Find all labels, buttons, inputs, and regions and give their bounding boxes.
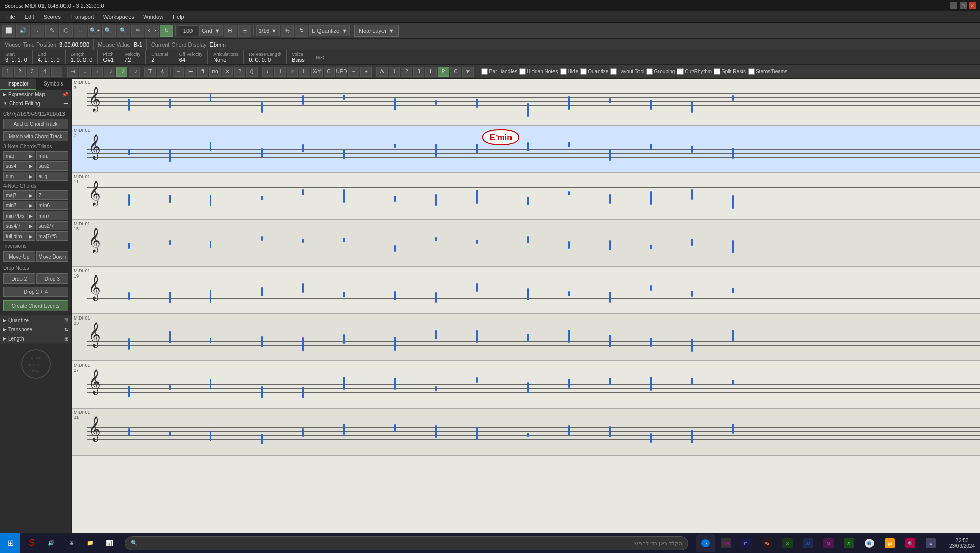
triad-aug[interactable]: aug (36, 172, 69, 181)
checkbox-bar-handles[interactable]: Bar Handles (481, 68, 517, 75)
notation-btn-Ca[interactable]: C (450, 67, 461, 77)
notation-btn-4[interactable]: 4 (39, 67, 50, 77)
notation-btn-1[interactable]: 1 (2, 67, 13, 77)
notation-btn-Pa[interactable]: P (438, 67, 449, 77)
notation-btn-l[interactable]: no (209, 67, 221, 77)
taskbar-excel[interactable]: X (778, 534, 797, 552)
toolbar-btn-5[interactable]: ⬡ (59, 25, 73, 37)
triad-dim[interactable]: dim▶ (3, 172, 35, 181)
notation-btn-c[interactable]: ♪ (92, 67, 103, 77)
note-layer-dropdown[interactable]: Note Layer ▼ (354, 25, 399, 37)
toolbar-btn-12[interactable]: ⊞ (224, 25, 237, 37)
tab-symbols[interactable]: Symbols (36, 79, 72, 90)
notation-btn-q[interactable]: I (274, 67, 286, 77)
toolbar-btn-2[interactable]: 🔊 (16, 25, 30, 37)
toolbar-btn-1[interactable]: ⬜ (2, 25, 15, 37)
checkbox-cut-rhythm[interactable]: Cut/Rhythm (677, 68, 712, 75)
chord-min7[interactable]: min7▶ (3, 201, 35, 210)
chord-sus47[interactable]: sus4/7▶ (3, 221, 35, 230)
notation-btn-f[interactable]: 𝅘𝅥𝅯 (129, 67, 140, 77)
chord-editing-header[interactable]: ▼ Chord Editing ☰ (0, 99, 71, 108)
triad-min[interactable]: min. (36, 151, 69, 160)
toolbar-btn-11[interactable]: ⟺ (145, 25, 159, 37)
toolbar-btn-13[interactable]: ⊟ (238, 25, 251, 37)
notation-btn-i[interactable]: ⊣ (173, 67, 184, 77)
notation-btn-k[interactable]: ff (197, 67, 208, 77)
expression-map-header[interactable]: ▶ Expression Map 📌 (0, 90, 71, 99)
chord-editing-menu[interactable]: ☰ (63, 101, 68, 107)
taskbar-app8[interactable]: S (840, 534, 858, 552)
chord-fulldim[interactable]: full dim▶ (3, 231, 35, 241)
notation-btn-drop[interactable]: ▼ (462, 67, 474, 77)
expression-map-pin[interactable]: 📌 (62, 92, 68, 97)
checkbox-grouping[interactable]: Grouping (646, 68, 675, 75)
drop2and4-button[interactable]: Drop 2 + 4 (3, 287, 68, 297)
taskbar-icon-4[interactable]: 📁 (81, 534, 99, 552)
checkbox-hidden-notes[interactable]: Hidden Notes (519, 68, 558, 75)
taskbar-icon-1[interactable]: S (23, 534, 41, 552)
notation-btn-w[interactable]: − (348, 67, 359, 77)
notation-btn-a[interactable]: ⊣ (67, 67, 78, 77)
toolbar-btn-7[interactable]: 🔍+ (88, 25, 101, 37)
notation-btn-j[interactable]: ⊢ (185, 67, 196, 77)
menu-scores[interactable]: Scores (39, 13, 65, 21)
checkbox-quantize[interactable]: Quantize (580, 68, 608, 75)
taskbar-premiere[interactable]: Pr (737, 534, 756, 552)
checkbox-stems-beams[interactable]: Stems/Beams (748, 68, 787, 75)
taskbar-search-input[interactable] (141, 540, 683, 546)
drop2-button[interactable]: Drop 2 (3, 273, 35, 284)
chord-min6[interactable]: min6 (36, 201, 69, 210)
triad-sus2[interactable]: sus2 (36, 161, 69, 171)
close-button[interactable]: ✕ (969, 2, 976, 9)
quantize-dropdown[interactable]: 1/16 ▼ (256, 25, 280, 36)
notation-btn-n[interactable]: ? (234, 67, 245, 77)
toolbar-btn-9[interactable]: 🔍 (117, 25, 130, 37)
notation-btn-2[interactable]: 2 (14, 67, 26, 77)
notation-btn-3a[interactable]: 3 (413, 67, 424, 77)
toolbar-btn-10[interactable]: ✏ (131, 25, 144, 37)
notation-btn-h[interactable]: 𝄞 (157, 67, 168, 77)
zoom-input[interactable] (178, 25, 198, 36)
menu-file[interactable]: File (2, 13, 19, 21)
notation-btn-g[interactable]: T (144, 67, 156, 77)
taskbar-app11[interactable]: 🔍 (901, 534, 920, 552)
start-button[interactable]: ⊞ (0, 533, 20, 554)
toolbar-btn-loop[interactable]: ↻ (160, 25, 173, 37)
taskbar-app12[interactable]: ≡ (922, 534, 940, 552)
taskbar-word[interactable]: W (799, 534, 817, 552)
chord-min7-2[interactable]: min7 (36, 211, 69, 220)
notation-btn-m[interactable]: ✕ (222, 67, 233, 77)
notation-btn-L[interactable]: L (51, 67, 62, 77)
length-header[interactable]: ▶ Length ⊞ (0, 334, 71, 343)
add-to-chord-track-button[interactable]: Add to Chord Track (3, 119, 68, 129)
taskbar-files[interactable]: 📁 (881, 534, 899, 552)
notation-btn-p[interactable]: I (262, 67, 273, 77)
notation-btn-v[interactable]: UPD (336, 67, 347, 77)
move-down-button[interactable]: Move Down (36, 251, 69, 262)
notation-btn-o[interactable]: () (246, 67, 258, 77)
quantize-header[interactable]: ▶ Quantize ⊡ (0, 316, 71, 325)
triad-maj[interactable]: maj▶ (3, 151, 35, 160)
notation-btn-e[interactable]: 𝅘𝅥𝅮 (116, 67, 127, 77)
notation-btn-1a[interactable]: 1 (389, 67, 400, 77)
toolbar-btn-6[interactable]: ↔ (74, 25, 87, 37)
match-chord-track-button[interactable]: Match with Chord Track (3, 131, 68, 141)
chord-maj7[interactable]: maj7▶ (3, 190, 35, 200)
menu-workspaces[interactable]: Workspaces (99, 13, 138, 21)
tab-inspector[interactable]: Inspector (0, 79, 36, 90)
notation-btn-La[interactable]: L (425, 67, 437, 77)
menu-transport[interactable]: Transport (66, 13, 98, 21)
taskbar-icon-5[interactable]: 📊 (100, 534, 119, 552)
minimize-button[interactable]: — (950, 2, 957, 9)
grid-dropdown[interactable]: Grid ▼ (199, 25, 223, 36)
taskbar-bridge[interactable]: Br (758, 534, 776, 552)
notation-btn-r[interactable]: 𝄏 (287, 67, 298, 77)
triad-sus4[interactable]: sus4▶ (3, 161, 35, 171)
create-chord-events-button[interactable]: Create Chord Events (3, 300, 68, 311)
move-up-button[interactable]: Move Up (3, 251, 35, 262)
menu-window[interactable]: Window (139, 13, 167, 21)
notation-btn-x[interactable]: + (360, 67, 372, 77)
notation-btn-d[interactable]: 𝅗𝅥 (104, 67, 115, 77)
notation-btn-u[interactable]: C' (324, 67, 335, 77)
checkbox-split-rests[interactable]: Split Rests (714, 68, 746, 75)
